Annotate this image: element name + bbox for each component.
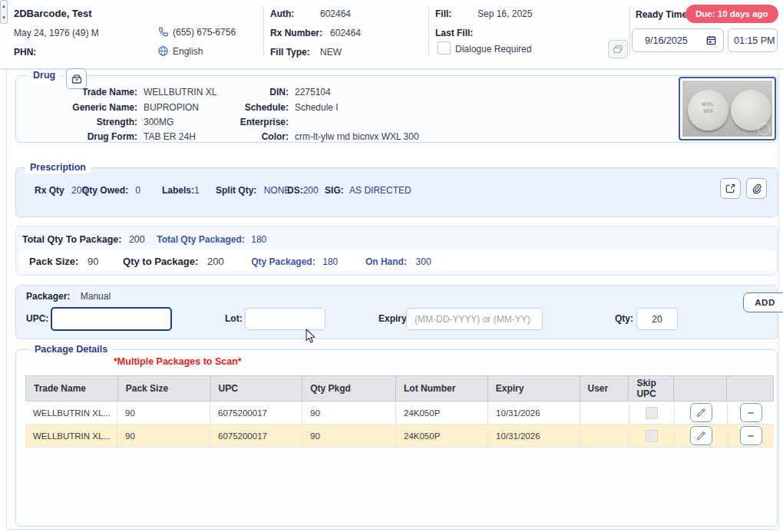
time-spinner[interactable]: ▲ ▼ [0, 0, 8, 24]
cell-qty-pkgd: 90 [302, 401, 396, 424]
spinner-up-icon[interactable]: ▲ [2, 4, 6, 8]
ready-time-value: 01:15 PM [734, 35, 775, 46]
pill-left: WXL 300 [688, 90, 728, 131]
col-header-lot-number: Lot Number [396, 376, 488, 401]
col-header-edit [674, 376, 727, 401]
generic-name-value: BUPROPION [144, 102, 199, 113]
cell-expiry: 10/31/2026 [488, 401, 580, 424]
expiry-input[interactable] [406, 308, 543, 330]
prescription-section-title: Prescription [25, 162, 91, 173]
package-table-header: Trade Name Pack Size UPC Qty Pkgd Lot Nu… [25, 375, 774, 401]
col-header-user: User [580, 376, 629, 401]
color-label: Color: [197, 131, 289, 142]
auth-value: 602464 [320, 8, 351, 19]
remove-row-button[interactable] [740, 403, 762, 422]
pill-image-photo: WXL 300 [682, 81, 772, 137]
drug-section-title: Drug [28, 70, 60, 81]
photo-watermark-icon [758, 123, 770, 135]
rx-number-value: 602464 [330, 28, 361, 38]
patient-header: 2DBarcode, Test May 24, 1976 (49) M PHN:… [0, 0, 783, 70]
color-value: crm-lt-ylw rnd bicnvx WXL 300 [295, 131, 419, 142]
cell-upc: 6075200017 [210, 401, 302, 424]
package-table: Trade Name Pack Size UPC Qty Pkgd Lot Nu… [25, 375, 774, 448]
pill-image[interactable]: WXL 300 [679, 77, 776, 140]
cell-trade-name: WELLBUTRIN XL... [25, 425, 117, 447]
drug-section: Drug Trade Name: WELLBUTRIN XL Generic N… [15, 75, 778, 143]
rx-number-label: Rx Number: [270, 28, 322, 38]
col-header-upc: UPC [211, 376, 303, 401]
packager-section: Packager: Manual UPC: Lot: Expiry Qty: A… [15, 285, 778, 339]
table-row[interactable]: WELLBUTRIN XL... 90 6075200017 90 24K050… [25, 425, 774, 448]
split-qty-item: Split Qty: NONE [216, 185, 290, 196]
qty-label: Qty: [615, 313, 633, 324]
edit-row-button[interactable] [690, 403, 712, 422]
drug-folder-button[interactable] [66, 68, 87, 89]
spinner-down-icon[interactable]: ▼ [2, 15, 6, 20]
schedule-value: Schedule I [295, 102, 339, 113]
dialogue-required-checkbox[interactable] [438, 41, 451, 55]
package-details-title: Package Details [30, 344, 112, 355]
din-value: 2275104 [295, 87, 331, 97]
fill-label: Fill: [435, 8, 451, 19]
divider [263, 6, 264, 55]
packager-label: Packager: [26, 291, 70, 302]
patient-dob: May 24, 1976 (49) M [14, 28, 99, 38]
lot-input[interactable] [245, 308, 325, 330]
cell-lot-number: 24K050P [396, 401, 488, 424]
total-to-package-value: 200 [129, 234, 145, 245]
upc-input[interactable] [51, 307, 172, 331]
cell-qty-pkgd: 90 [302, 425, 396, 447]
cell-upc: 6075200017 [210, 425, 302, 447]
multiple-packages-warning: *Multiple Packages to Scan* [114, 356, 242, 367]
pack-size-value: 90 [88, 256, 98, 267]
total-packaged-value: 180 [251, 234, 266, 245]
chat-icon [613, 45, 623, 55]
ready-time-input[interactable]: 01:15 PM [728, 28, 778, 52]
open-external-button[interactable] [720, 178, 741, 199]
col-header-remove [727, 376, 773, 401]
lot-label: Lot: [225, 313, 243, 324]
pack-size-line: Pack Size: 90 Qty to Package: 200 Qty Pa… [29, 256, 431, 267]
ds-sig-item: DS:200 SIG: AS DIRECTED [287, 185, 411, 196]
pencil-icon [695, 408, 706, 418]
remove-row-button[interactable] [740, 426, 762, 445]
patient-phone: (655) 675-6756 [157, 26, 236, 38]
cell-pack-size: 90 [117, 401, 210, 424]
totals-line: Total Qty To Package: 200 Total Qty Pack… [22, 234, 266, 245]
cell-expiry: 10/31/2026 [488, 425, 580, 447]
patient-language: English [157, 45, 203, 57]
edit-row-button[interactable] [690, 426, 712, 445]
qty-owed-item: Qty Owed: 0 [82, 185, 140, 196]
fill-type-value: NEW [320, 47, 342, 58]
globe-icon [157, 45, 169, 57]
table-row[interactable]: WELLBUTRIN XL... 90 6075200017 90 24K050… [25, 401, 774, 425]
col-header-qty-pkgd: Qty Pkgd [302, 376, 396, 401]
calendar-icon[interactable] [705, 35, 717, 46]
qty-input[interactable] [636, 308, 678, 330]
qty-packaged-value: 180 [322, 256, 338, 267]
dialogue-comment-button[interactable] [608, 40, 628, 58]
add-button[interactable]: ADD [743, 292, 783, 312]
total-to-package-label: Total Qty To Package: [22, 234, 121, 245]
pill-imprint-line1: WXL [688, 101, 728, 107]
generic-name-label: Generic Name: [24, 102, 137, 113]
packager-line: Packager: Manual [26, 291, 111, 302]
total-packaged-label: Total Qty Packaged: [157, 234, 244, 245]
col-header-skip-upc: Skip UPC [629, 376, 674, 401]
due-status-badge: Due: 10 days ago [686, 5, 778, 23]
ready-time-label: Ready Time: [636, 9, 690, 20]
skip-upc-checkbox[interactable] [646, 430, 658, 442]
din-label: DIN: [197, 87, 289, 97]
auth-label: Auth: [270, 8, 294, 19]
packager-value: Manual [81, 291, 111, 302]
attachment-button[interactable] [746, 178, 767, 199]
patient-name: 2DBarcode, Test [14, 8, 92, 19]
col-header-trade-name: Trade Name [26, 376, 118, 401]
totals-section: Total Qty To Package: 200 Total Qty Pack… [15, 226, 778, 276]
labels-item: Labels:1 [162, 185, 200, 196]
drug-folder-icon [71, 73, 83, 85]
skip-upc-checkbox[interactable] [646, 407, 658, 419]
ready-date-input[interactable]: 9/16/2025 [632, 28, 724, 52]
cell-trade-name: WELLBUTRIN XL... [25, 401, 117, 424]
qty-to-package-label: Qty to Package: [123, 256, 198, 267]
